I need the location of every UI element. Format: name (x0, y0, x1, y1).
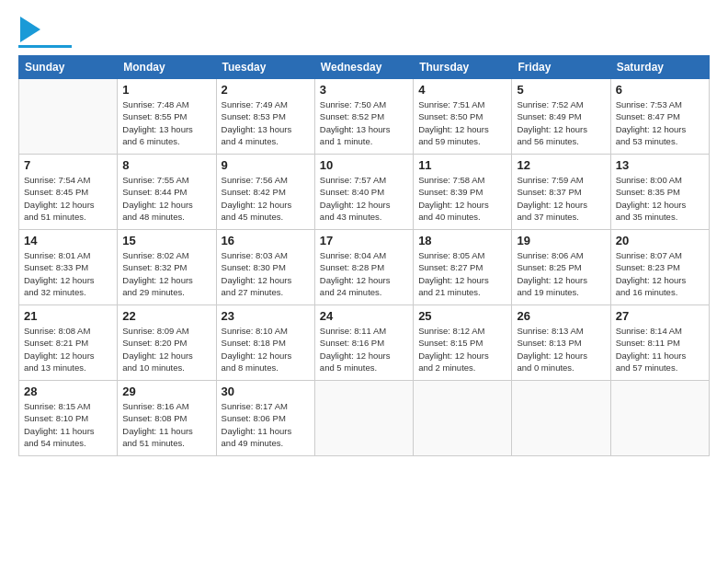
day-info: Sunrise: 8:07 AM Sunset: 8:23 PM Dayligh… (616, 249, 704, 298)
day-info: Sunrise: 8:04 AM Sunset: 8:28 PM Dayligh… (320, 249, 408, 298)
calendar-cell: 7Sunrise: 7:54 AM Sunset: 8:45 PM Daylig… (19, 155, 118, 230)
day-info: Sunrise: 7:54 AM Sunset: 8:45 PM Dayligh… (24, 174, 112, 223)
day-info: Sunrise: 8:11 AM Sunset: 8:16 PM Dayligh… (320, 325, 408, 373)
day-number: 18 (418, 234, 506, 247)
day-info: Sunrise: 8:02 AM Sunset: 8:32 PM Dayligh… (122, 249, 210, 298)
calendar-cell: 17Sunrise: 8:04 AM Sunset: 8:28 PM Dayli… (314, 230, 413, 305)
calendar-cell: 8Sunrise: 7:55 AM Sunset: 8:44 PM Daylig… (118, 155, 216, 230)
week-row-5: 28Sunrise: 8:15 AM Sunset: 8:10 PM Dayli… (19, 381, 710, 456)
day-info: Sunrise: 7:56 AM Sunset: 8:42 PM Dayligh… (222, 174, 310, 223)
day-number: 13 (616, 158, 704, 172)
day-header-saturday: Saturday (610, 56, 709, 79)
day-info: Sunrise: 8:10 AM Sunset: 8:18 PM Dayligh… (222, 325, 310, 373)
day-info: Sunrise: 8:08 AM Sunset: 8:21 PM Dayligh… (24, 325, 112, 373)
calendar-cell: 27Sunrise: 8:14 AM Sunset: 8:11 PM Dayli… (610, 305, 709, 381)
day-number: 12 (517, 158, 605, 172)
day-number: 28 (24, 385, 112, 398)
week-row-1: 1Sunrise: 7:48 AM Sunset: 8:55 PM Daylig… (19, 79, 710, 155)
day-number: 11 (418, 158, 506, 172)
day-info: Sunrise: 8:06 AM Sunset: 8:25 PM Dayligh… (517, 249, 605, 298)
calendar-cell: 3Sunrise: 7:50 AM Sunset: 8:52 PM Daylig… (314, 79, 413, 155)
calendar-cell: 11Sunrise: 7:58 AM Sunset: 8:39 PM Dayli… (414, 155, 512, 230)
day-header-thursday: Thursday (414, 56, 512, 79)
calendar-cell: 23Sunrise: 8:10 AM Sunset: 8:18 PM Dayli… (216, 305, 314, 381)
calendar-cell: 15Sunrise: 8:02 AM Sunset: 8:32 PM Dayli… (118, 230, 216, 305)
day-number: 16 (222, 234, 310, 247)
day-number: 10 (320, 158, 408, 172)
day-number: 29 (122, 385, 210, 398)
day-info: Sunrise: 7:55 AM Sunset: 8:44 PM Dayligh… (122, 174, 210, 223)
day-info: Sunrise: 8:12 AM Sunset: 8:15 PM Dayligh… (418, 325, 506, 373)
day-number: 6 (616, 83, 704, 97)
calendar-cell (19, 79, 118, 155)
logo-underline (18, 45, 72, 48)
day-number: 5 (517, 83, 605, 97)
week-row-2: 7Sunrise: 7:54 AM Sunset: 8:45 PM Daylig… (19, 155, 710, 230)
calendar-cell: 24Sunrise: 8:11 AM Sunset: 8:16 PM Dayli… (314, 305, 413, 381)
calendar-cell: 6Sunrise: 7:53 AM Sunset: 8:47 PM Daylig… (610, 79, 709, 155)
day-number: 27 (616, 309, 704, 323)
day-header-wednesday: Wednesday (314, 56, 413, 79)
day-info: Sunrise: 8:15 AM Sunset: 8:10 PM Dayligh… (24, 400, 112, 449)
day-info: Sunrise: 7:49 AM Sunset: 8:53 PM Dayligh… (222, 98, 310, 147)
calendar-cell: 10Sunrise: 7:57 AM Sunset: 8:40 PM Dayli… (314, 155, 413, 230)
calendar-cell: 20Sunrise: 8:07 AM Sunset: 8:23 PM Dayli… (610, 230, 709, 305)
header (18, 17, 710, 48)
calendar-cell (314, 381, 413, 456)
day-number: 2 (222, 83, 310, 97)
week-row-3: 14Sunrise: 8:01 AM Sunset: 8:33 PM Dayli… (19, 230, 710, 305)
calendar-cell: 18Sunrise: 8:05 AM Sunset: 8:27 PM Dayli… (414, 230, 512, 305)
calendar-cell: 14Sunrise: 8:01 AM Sunset: 8:33 PM Dayli… (19, 230, 118, 305)
calendar-cell: 26Sunrise: 8:13 AM Sunset: 8:13 PM Dayli… (512, 305, 610, 381)
day-info: Sunrise: 7:50 AM Sunset: 8:52 PM Dayligh… (320, 98, 408, 147)
day-header-tuesday: Tuesday (216, 56, 314, 79)
day-number: 24 (320, 309, 408, 323)
day-info: Sunrise: 7:51 AM Sunset: 8:50 PM Dayligh… (418, 98, 506, 147)
day-info: Sunrise: 7:59 AM Sunset: 8:37 PM Dayligh… (517, 174, 605, 223)
calendar-cell: 21Sunrise: 8:08 AM Sunset: 8:21 PM Dayli… (19, 305, 118, 381)
day-number: 15 (122, 234, 210, 247)
day-header-friday: Friday (512, 56, 610, 79)
calendar-cell: 19Sunrise: 8:06 AM Sunset: 8:25 PM Dayli… (512, 230, 610, 305)
day-info: Sunrise: 8:05 AM Sunset: 8:27 PM Dayligh… (418, 249, 506, 298)
calendar-cell: 29Sunrise: 8:16 AM Sunset: 8:08 PM Dayli… (118, 381, 216, 456)
calendar-cell (610, 381, 709, 456)
calendar-cell (414, 381, 512, 456)
calendar-cell: 13Sunrise: 8:00 AM Sunset: 8:35 PM Dayli… (610, 155, 709, 230)
calendar-cell: 2Sunrise: 7:49 AM Sunset: 8:53 PM Daylig… (216, 79, 314, 155)
day-header-monday: Monday (118, 56, 216, 79)
day-number: 17 (320, 234, 408, 247)
calendar-cell: 28Sunrise: 8:15 AM Sunset: 8:10 PM Dayli… (19, 381, 118, 456)
day-info: Sunrise: 7:58 AM Sunset: 8:39 PM Dayligh… (418, 174, 506, 223)
day-info: Sunrise: 8:13 AM Sunset: 8:13 PM Dayligh… (517, 325, 605, 373)
calendar-cell: 1Sunrise: 7:48 AM Sunset: 8:55 PM Daylig… (118, 79, 216, 155)
calendar-cell (512, 381, 610, 456)
calendar-cell: 12Sunrise: 7:59 AM Sunset: 8:37 PM Dayli… (512, 155, 610, 230)
day-number: 30 (222, 385, 310, 398)
day-number: 20 (616, 234, 704, 247)
calendar-cell: 22Sunrise: 8:09 AM Sunset: 8:20 PM Dayli… (118, 305, 216, 381)
day-info: Sunrise: 7:48 AM Sunset: 8:55 PM Dayligh… (122, 98, 210, 147)
day-number: 8 (122, 158, 210, 172)
day-header-sunday: Sunday (19, 56, 118, 79)
calendar-cell: 16Sunrise: 8:03 AM Sunset: 8:30 PM Dayli… (216, 230, 314, 305)
day-number: 22 (122, 309, 210, 323)
logo-arrow-icon (20, 17, 40, 42)
day-info: Sunrise: 8:17 AM Sunset: 8:06 PM Dayligh… (222, 400, 310, 449)
day-number: 1 (122, 83, 210, 97)
day-info: Sunrise: 7:52 AM Sunset: 8:49 PM Dayligh… (517, 98, 605, 147)
day-number: 14 (24, 234, 112, 247)
day-number: 7 (24, 158, 112, 172)
day-number: 19 (517, 234, 605, 247)
week-row-4: 21Sunrise: 8:08 AM Sunset: 8:21 PM Dayli… (19, 305, 710, 381)
svg-marker-0 (20, 17, 40, 42)
day-number: 25 (418, 309, 506, 323)
day-info: Sunrise: 8:01 AM Sunset: 8:33 PM Dayligh… (24, 249, 112, 298)
day-number: 3 (320, 83, 408, 97)
calendar-cell: 30Sunrise: 8:17 AM Sunset: 8:06 PM Dayli… (216, 381, 314, 456)
calendar-cell: 9Sunrise: 7:56 AM Sunset: 8:42 PM Daylig… (216, 155, 314, 230)
calendar-cell: 5Sunrise: 7:52 AM Sunset: 8:49 PM Daylig… (512, 79, 610, 155)
logo-icon (20, 17, 40, 42)
calendar: SundayMondayTuesdayWednesdayThursdayFrid… (18, 55, 710, 456)
day-info: Sunrise: 7:53 AM Sunset: 8:47 PM Dayligh… (616, 98, 704, 147)
